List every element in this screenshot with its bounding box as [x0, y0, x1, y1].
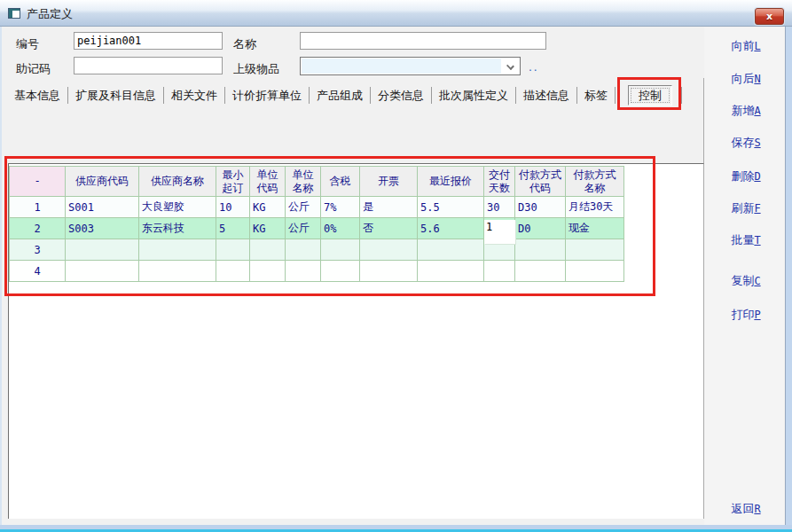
tab-control-active[interactable]: 控制: [628, 85, 672, 106]
grid-header-cell[interactable]: 开票: [360, 167, 418, 197]
tab-product-composition[interactable]: 产品组成: [310, 88, 370, 104]
grid-cell[interactable]: [66, 239, 139, 261]
grid-cell[interactable]: KG: [250, 197, 286, 218]
window-title: 产品定义: [27, 6, 73, 22]
nav-batch-button[interactable]: 批量T: [724, 232, 768, 246]
grid-cell[interactable]: 30: [484, 197, 515, 218]
grid-row: 3: [10, 239, 624, 261]
grid-header-cell[interactable]: 最近报价: [418, 167, 484, 197]
grid-header-cell[interactable]: 单位 名称: [286, 167, 321, 197]
grid-cell[interactable]: 是: [360, 197, 418, 218]
grid-cell[interactable]: [321, 261, 360, 282]
name-label: 名称: [233, 36, 256, 52]
grid-row-index[interactable]: 3: [10, 239, 66, 261]
window-border-right: [785, 27, 792, 525]
nav-save-button[interactable]: 保存S: [724, 135, 768, 149]
grid-cell[interactable]: 否: [360, 218, 418, 239]
tab-label[interactable]: 标签: [577, 88, 615, 104]
nav-back-button[interactable]: 返回R: [724, 501, 768, 515]
grid-cell[interactable]: [515, 239, 566, 261]
grid-header-cell[interactable]: 最小 起订: [216, 167, 250, 197]
grid-cell[interactable]: 东云科技: [139, 218, 216, 239]
grid-cell[interactable]: [418, 239, 484, 261]
tab-extended-account-info[interactable]: 扩展及科目信息: [68, 88, 163, 104]
window-icon: [8, 8, 20, 19]
grid-cell[interactable]: KG: [250, 218, 286, 239]
chevron-down-icon[interactable]: [506, 62, 514, 70]
grid-cell[interactable]: 公斤: [286, 218, 321, 239]
grid-cell[interactable]: [566, 239, 624, 261]
grid-row: 2S003东云科技5KG公斤0%否5.6D0现金: [10, 218, 624, 239]
grid-cell[interactable]: [321, 239, 360, 261]
tab-related-files[interactable]: 相关文件: [164, 88, 224, 104]
grid-edit-cell[interactable]: 1: [484, 220, 515, 244]
code-input[interactable]: [74, 32, 223, 50]
close-icon[interactable]: x: [755, 8, 784, 25]
grid-header-cell[interactable]: 供应商名称: [139, 167, 216, 197]
grid-row-index[interactable]: 2: [10, 218, 66, 239]
grid-cell[interactable]: 大良塑胶: [139, 197, 216, 218]
grid-cell[interactable]: [139, 239, 216, 261]
grid-cell[interactable]: [139, 261, 216, 282]
mnemonic-input[interactable]: [74, 57, 223, 74]
tab-classification-info[interactable]: 分类信息: [371, 88, 431, 104]
tab-separator: [681, 87, 682, 104]
grid-cell[interactable]: [216, 239, 250, 261]
grid-cell[interactable]: 公斤: [286, 197, 321, 218]
grid-cell[interactable]: D30: [515, 197, 566, 218]
supplier-grid: -供应商代码供应商名称最小 起订单位 代码单位 名称含税开票最近报价交付 天数付…: [9, 166, 624, 282]
grid-cell[interactable]: [484, 261, 515, 282]
grid-cell[interactable]: S003: [66, 218, 139, 239]
grid-cell[interactable]: 月结30天: [566, 197, 624, 218]
tab-pricing-conversion-unit[interactable]: 计价折算单位: [225, 88, 309, 104]
grid-row-index[interactable]: 1: [10, 197, 66, 218]
tab-separator: [615, 87, 616, 104]
grid-cell[interactable]: S001: [66, 197, 139, 218]
grid-cell[interactable]: [250, 239, 286, 261]
nav-copy-button[interactable]: 复制C: [724, 273, 768, 287]
nav-add-button[interactable]: 新增A: [724, 103, 768, 117]
mnemonic-label: 助记码: [16, 61, 51, 77]
grid-header-cell[interactable]: 付款方式 名称: [566, 167, 624, 197]
grid-header-cell[interactable]: 付款方式 代码: [515, 167, 566, 197]
nav-refresh-button[interactable]: 刷新F: [724, 200, 768, 215]
tab-strip: 基本信息 扩展及科目信息 相关文件 计价折算单位 产品组成 分类信息 批次属性定…: [7, 83, 682, 107]
tab-basic-info[interactable]: 基本信息: [7, 88, 67, 104]
grid-header-index[interactable]: -: [10, 167, 66, 197]
grid-cell[interactable]: [418, 261, 484, 282]
grid-cell[interactable]: [286, 239, 321, 261]
grid-cell[interactable]: [66, 261, 139, 282]
grid-cell[interactable]: [515, 261, 566, 282]
parent-item-combobox[interactable]: [300, 57, 521, 75]
grid-cell[interactable]: 5: [216, 218, 250, 239]
grid-cell[interactable]: 0%: [321, 218, 360, 239]
grid-row: 1S001大良塑胶10KG公斤7%是5.530D30月结30天: [10, 197, 624, 218]
grid-cell[interactable]: [286, 261, 321, 282]
name-input[interactable]: [300, 32, 546, 50]
grid-header-cell[interactable]: 供应商代码: [66, 167, 139, 197]
grid-cell[interactable]: 5.6: [418, 218, 484, 239]
grid-header-cell[interactable]: 含税: [321, 167, 360, 197]
nav-backward-button[interactable]: 向后N: [724, 71, 768, 85]
grid-row-index[interactable]: 4: [10, 261, 66, 282]
parent-item-browse-button[interactable]: ..: [529, 61, 539, 74]
nav-forward-button[interactable]: 向前L: [724, 38, 768, 52]
nav-delete-button[interactable]: 删除D: [724, 168, 768, 183]
nav-print-button[interactable]: 打印P: [724, 307, 768, 321]
grid-cell[interactable]: 5.5: [418, 197, 484, 218]
grid-cell[interactable]: [360, 261, 418, 282]
grid-cell[interactable]: [216, 261, 250, 282]
grid-cell[interactable]: 10: [216, 197, 250, 218]
grid-cell[interactable]: [250, 261, 286, 282]
grid-cell[interactable]: D0: [515, 218, 566, 239]
grid-cell[interactable]: [566, 261, 624, 282]
tab-description-info[interactable]: 描述信息: [516, 88, 576, 104]
grid-cell[interactable]: 现金: [566, 218, 624, 239]
grid-cell[interactable]: 7%: [321, 197, 360, 218]
grid-cell[interactable]: [360, 239, 418, 261]
tab-batch-attribute-definition[interactable]: 批次属性定义: [432, 88, 515, 104]
grid-header-cell[interactable]: 交付 天数: [484, 167, 515, 197]
code-label: 编号: [16, 36, 39, 52]
grid-header-cell[interactable]: 单位 代码: [250, 167, 286, 197]
parent-item-label: 上级物品: [233, 61, 279, 77]
